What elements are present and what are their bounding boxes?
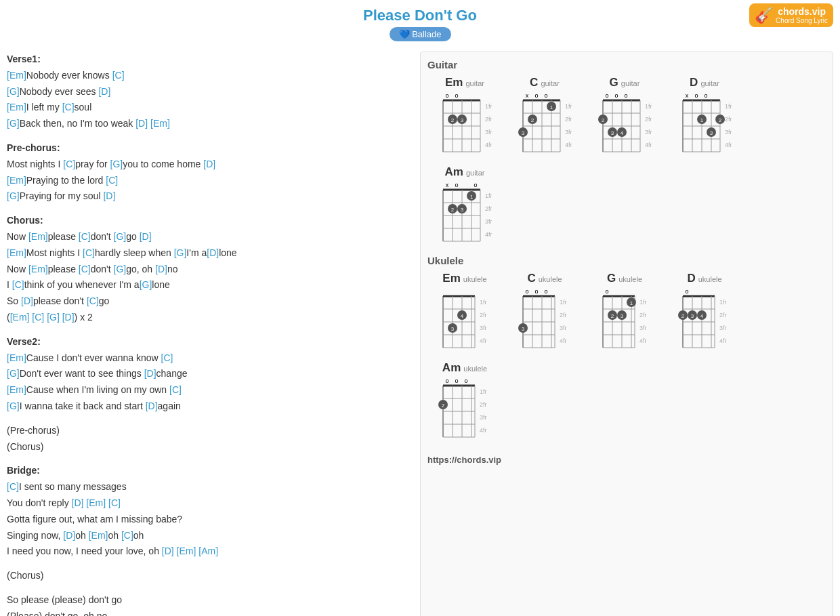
svg-text:2fr: 2fr (480, 312, 487, 319)
verse1-lines: [Em]Nobody ever knows [C] [G]Nobody ever… (7, 68, 413, 132)
chord-diagram-c-ukulele: C ukulele o o o (507, 272, 582, 354)
lyrics-panel: Verse1: [Em]Nobody ever knows [C] [G]Nob… (0, 52, 420, 616)
svg-text:1fr: 1fr (639, 299, 647, 306)
pre-chorus-label: Pre-chorus: (7, 140, 413, 157)
svg-text:1fr: 1fr (485, 192, 492, 199)
chord-svg-c-guitar: x o o 1fr (518, 91, 572, 159)
lyric-line: ([Em] [C] [G] [D]) x 2 (7, 310, 413, 326)
svg-text:3fr: 3fr (560, 325, 567, 331)
logo-text: chords.vip (776, 6, 828, 17)
lyric-line: [Em]Cause when I'm living on my own [C] (7, 382, 413, 398)
bridge-lines: [C]I sent so many messages You don't rep… (7, 479, 413, 560)
pre-chorus-lines: Most nights I [C]pray for [G]you to come… (7, 157, 413, 205)
svg-text:o: o (614, 92, 618, 99)
svg-text:3: 3 (710, 130, 713, 136)
svg-text:o: o (534, 288, 538, 295)
chord-svg-c-ukulele: o o o 1fr 2fr (518, 287, 572, 354)
chord-diagram-g-ukulele: G ukulele o (587, 272, 662, 354)
chord-diagram-c-guitar: C guitar x o o (507, 76, 582, 159)
lyric-line: [Em]I left my [C]soul (7, 100, 413, 116)
lyric-line: (Pre-chorus) (7, 423, 413, 439)
guitar-section-header: Guitar (427, 59, 826, 70)
chord-diagram-d-guitar: D guitar x o o (667, 76, 742, 159)
svg-text:3fr: 3fr (725, 129, 732, 136)
svg-text:3: 3 (611, 130, 614, 136)
lyric-line: So please (please) don't go (7, 592, 413, 609)
lyric-line: [G]Praying for my soul [D] (7, 188, 413, 205)
lyric-line: [Em]Nobody ever knows [C] (7, 68, 413, 84)
svg-text:2fr: 2fr (480, 401, 487, 408)
svg-text:4fr: 4fr (560, 337, 567, 344)
svg-text:3: 3 (461, 207, 464, 213)
svg-text:1fr: 1fr (480, 299, 487, 306)
svg-text:2fr: 2fr (719, 312, 727, 319)
chord-svg-am-ukulele: o o o 1fr 2fr (438, 376, 492, 444)
lyric-line: Now [Em]please [C]don't [G]go [D] (7, 229, 413, 245)
chord-svg-g-guitar: o o o 1fr (597, 91, 652, 159)
chord-svg-em-guitar: o o (438, 91, 492, 159)
svg-text:x: x (686, 92, 689, 99)
lyric-line: [C]I sent so many messages (7, 479, 413, 495)
svg-text:2fr: 2fr (645, 116, 652, 123)
svg-text:o: o (534, 92, 538, 99)
page-container: Please Don't Go Ballade 🎸 chords.vip Cho… (0, 0, 840, 616)
svg-text:4fr: 4fr (639, 337, 647, 344)
guitar-chords-row2: Am guitar x o o (427, 165, 826, 248)
svg-text:1fr: 1fr (560, 299, 567, 306)
svg-text:o: o (455, 92, 458, 99)
svg-text:x: x (446, 182, 449, 188)
svg-text:1fr: 1fr (725, 103, 732, 110)
chords-panel: Guitar Em guitar o o (420, 52, 833, 616)
svg-text:2: 2 (531, 117, 534, 123)
svg-text:2: 2 (442, 403, 445, 409)
svg-text:o: o (455, 182, 458, 188)
svg-text:o: o (704, 92, 707, 99)
lyric-line: Now [Em]please [C]don't [G]go, oh [D]no (7, 262, 413, 278)
svg-text:3: 3 (522, 130, 525, 136)
svg-text:2: 2 (611, 313, 614, 319)
lyric-line: (Please) don't go, oh no (7, 609, 413, 616)
svg-text:4: 4 (700, 313, 704, 319)
chords-panel-url: https://chords.vip (427, 451, 826, 465)
guitar-chords-row: Em guitar o o (427, 76, 826, 159)
svg-text:4fr: 4fr (565, 142, 572, 148)
header: Please Don't Go Ballade 🎸 chords.vip Cho… (0, 0, 840, 45)
lyric-line: Gotta figure out, what am I missing babe… (7, 512, 413, 528)
svg-text:3fr: 3fr (485, 218, 492, 225)
svg-text:2fr: 2fr (485, 205, 492, 212)
logo: 🎸 chords.vip Chord Song Lyric (749, 3, 833, 27)
svg-text:o: o (694, 92, 698, 99)
svg-text:2fr: 2fr (639, 312, 647, 319)
svg-text:2: 2 (602, 117, 605, 123)
svg-text:4: 4 (461, 313, 464, 319)
svg-text:1fr: 1fr (645, 103, 652, 110)
chord-svg-d-guitar: x o o 1fr (677, 91, 732, 159)
svg-text:o: o (525, 288, 528, 295)
svg-text:1fr: 1fr (565, 103, 572, 110)
svg-text:o: o (544, 92, 547, 99)
chord-diagram-em-ukulele: Em ukulele (427, 272, 502, 354)
chorus-lines: Now [Em]please [C]don't [G]go [D] [Em]Mo… (7, 229, 413, 326)
svg-text:3fr: 3fr (639, 325, 647, 331)
svg-text:3: 3 (621, 313, 624, 319)
svg-text:4fr: 4fr (725, 142, 732, 148)
lyric-line: [G]Don't ever want to see things [D]chan… (7, 366, 413, 382)
svg-text:3fr: 3fr (485, 129, 492, 136)
svg-text:3fr: 3fr (565, 129, 572, 136)
lyric-line: So [D]please don't [C]go (7, 293, 413, 310)
svg-text:o: o (544, 288, 547, 295)
chord-svg-g-ukulele: o 1fr 2fr 3fr 4fr (597, 287, 652, 354)
svg-text:2: 2 (719, 117, 722, 123)
lyric-line: [Em]Praying to the lord [C] (7, 173, 413, 189)
svg-text:1fr: 1fr (485, 103, 492, 110)
svg-text:3fr: 3fr (719, 325, 727, 331)
svg-text:1fr: 1fr (719, 299, 727, 306)
chord-diagram-d-ukulele: D ukulele o (667, 272, 742, 354)
verse2-label: Verse2: (7, 334, 413, 350)
svg-text:o: o (605, 288, 608, 295)
outro-lines: So please (please) don't go (Please) don… (7, 592, 413, 616)
chord-svg-d-ukulele: o 1fr 2fr 3fr 4fr (677, 287, 732, 354)
svg-text:x: x (526, 92, 529, 99)
badge: Ballade (0, 24, 840, 41)
svg-text:3: 3 (451, 326, 455, 332)
